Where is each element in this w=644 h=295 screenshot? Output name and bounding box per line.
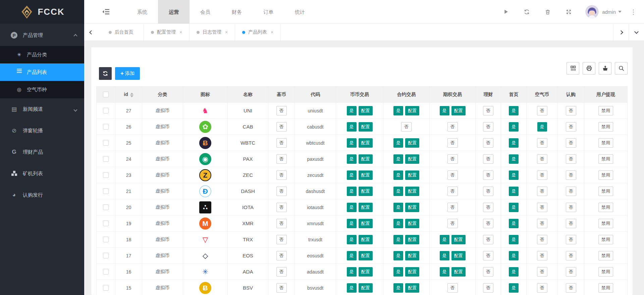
row-checkbox[interactable] xyxy=(103,156,109,162)
withdraw-disabled-button[interactable]: 禁用 xyxy=(598,106,613,115)
contract-config-button[interactable]: 配置 xyxy=(405,219,419,228)
contract-config-button[interactable]: 配置 xyxy=(405,235,419,244)
row-checkbox[interactable] xyxy=(103,124,109,130)
contract-yes-button[interactable]: 是 xyxy=(393,154,403,164)
option-no-button[interactable]: 否 xyxy=(447,187,458,196)
sidebar-item-product-category[interactable]: ✳ 产品分类 xyxy=(0,46,84,63)
withdraw-disabled-button[interactable]: 禁用 xyxy=(598,122,613,132)
subscribe-no-button[interactable]: 否 xyxy=(566,170,576,180)
wealth-no-button[interactable]: 否 xyxy=(483,122,493,132)
close-tab-icon[interactable]: × xyxy=(225,30,228,35)
option-no-button[interactable]: 否 xyxy=(447,219,458,228)
row-checkbox[interactable] xyxy=(103,108,109,113)
spot-yes-button[interactable]: 是 xyxy=(347,170,357,180)
base-no-button[interactable]: 否 xyxy=(276,138,287,148)
subscribe-no-button[interactable]: 否 xyxy=(566,106,576,115)
home-yes-button[interactable]: 是 xyxy=(509,235,519,244)
spot-config-button[interactable]: 配置 xyxy=(359,283,373,293)
nav-item-order[interactable]: 订单 xyxy=(253,0,284,23)
aircoin-no-button[interactable]: 否 xyxy=(537,106,547,115)
contract-yes-button[interactable]: 是 xyxy=(393,170,403,180)
spot-config-button[interactable]: 配置 xyxy=(359,170,373,180)
spot-config-button[interactable]: 配置 xyxy=(359,138,373,148)
spot-yes-button[interactable]: 是 xyxy=(347,251,357,260)
spot-yes-button[interactable]: 是 xyxy=(347,219,357,228)
contract-yes-button[interactable]: 是 xyxy=(393,283,403,293)
base-no-button[interactable]: 否 xyxy=(276,187,287,196)
home-yes-button[interactable]: 是 xyxy=(509,122,519,132)
row-checkbox[interactable] xyxy=(103,188,109,194)
base-no-button[interactable]: 否 xyxy=(276,122,287,132)
aircoin-no-button[interactable]: 否 xyxy=(537,235,547,244)
user-menu[interactable]: admin xyxy=(602,9,622,15)
export-icon[interactable] xyxy=(599,62,611,75)
home-yes-button[interactable]: 是 xyxy=(509,187,519,196)
sidebar-item-miner-list[interactable]: 矿机列表 xyxy=(0,163,84,184)
tab-log-manage[interactable]: 日志管理 × xyxy=(190,24,235,41)
sidebar-item-product-list[interactable]: 产品列表 xyxy=(0,63,84,81)
spot-config-button[interactable]: 配置 xyxy=(359,251,373,260)
spot-config-button[interactable]: 配置 xyxy=(359,187,373,196)
nav-item-finance[interactable]: 财务 xyxy=(221,0,253,23)
contract-yes-button[interactable]: 是 xyxy=(393,267,403,277)
contract-no-button[interactable]: 否 xyxy=(401,122,412,132)
sort-icon[interactable] xyxy=(130,93,133,97)
spot-yes-button[interactable]: 是 xyxy=(347,138,357,148)
option-config-button[interactable]: 配置 xyxy=(451,267,466,277)
more-vertical-icon[interactable]: ⋮ xyxy=(630,8,637,16)
subscribe-no-button[interactable]: 否 xyxy=(566,235,576,244)
option-no-button[interactable]: 否 xyxy=(447,283,458,293)
base-no-button[interactable]: 否 xyxy=(276,106,287,115)
contract-yes-button[interactable]: 是 xyxy=(393,203,403,212)
wealth-no-button[interactable]: 否 xyxy=(483,235,493,244)
option-no-button[interactable]: 否 xyxy=(447,203,458,212)
contract-yes-button[interactable]: 是 xyxy=(393,251,403,260)
subscribe-no-button[interactable]: 否 xyxy=(566,219,576,228)
home-yes-button[interactable]: 是 xyxy=(509,106,519,115)
row-checkbox[interactable] xyxy=(103,285,109,291)
option-yes-button[interactable]: 是 xyxy=(440,251,449,260)
wealth-no-button[interactable]: 否 xyxy=(483,154,493,164)
withdraw-disabled-button[interactable]: 禁用 xyxy=(598,251,613,260)
contract-config-button[interactable]: 配置 xyxy=(405,170,419,180)
row-checkbox[interactable] xyxy=(103,204,109,210)
home-yes-button[interactable]: 是 xyxy=(509,283,519,293)
withdraw-disabled-button[interactable]: 禁用 xyxy=(598,187,613,196)
withdraw-disabled-button[interactable]: 禁用 xyxy=(598,219,613,228)
tab-config-manage[interactable]: 配置管理 × xyxy=(144,24,190,41)
play-icon[interactable] xyxy=(503,9,509,15)
wealth-no-button[interactable]: 否 xyxy=(483,170,493,180)
spot-config-button[interactable]: 配置 xyxy=(359,203,373,212)
fullscreen-icon[interactable] xyxy=(566,9,572,15)
subscribe-no-button[interactable]: 否 xyxy=(566,122,576,132)
aircoin-no-button[interactable]: 否 xyxy=(537,138,547,148)
spot-yes-button[interactable]: 是 xyxy=(347,283,357,293)
search-icon[interactable] xyxy=(615,62,628,75)
home-yes-button[interactable]: 是 xyxy=(509,267,519,277)
aircoin-no-button[interactable]: 否 xyxy=(537,187,547,196)
spot-config-button[interactable]: 配置 xyxy=(359,154,373,164)
withdraw-disabled-button[interactable]: 禁用 xyxy=(598,170,613,180)
withdraw-disabled-button[interactable]: 禁用 xyxy=(598,154,613,164)
aircoin-no-button[interactable]: 否 xyxy=(537,170,547,180)
refresh-icon[interactable] xyxy=(524,9,530,15)
sidebar-item-popup-carousel[interactable]: ⊘ 弹窗轮播 xyxy=(0,120,84,141)
contract-config-button[interactable]: 配置 xyxy=(405,187,419,196)
select-all-checkbox[interactable] xyxy=(103,92,109,97)
wealth-no-button[interactable]: 否 xyxy=(483,251,493,260)
user-avatar[interactable] xyxy=(585,5,599,18)
spot-config-button[interactable]: 配置 xyxy=(359,106,373,115)
wealth-no-button[interactable]: 否 xyxy=(483,138,493,148)
spot-yes-button[interactable]: 是 xyxy=(347,154,357,164)
spot-yes-button[interactable]: 是 xyxy=(347,235,357,244)
home-yes-button[interactable]: 是 xyxy=(509,203,519,212)
subscribe-no-button[interactable]: 否 xyxy=(566,251,576,260)
subscribe-no-button[interactable]: 否 xyxy=(566,203,576,212)
spot-config-button[interactable]: 配置 xyxy=(359,267,373,277)
spot-config-button[interactable]: 配置 xyxy=(359,122,373,132)
contract-config-button[interactable]: 配置 xyxy=(405,106,419,115)
columns-filter-icon[interactable] xyxy=(567,62,579,75)
base-no-button[interactable]: 否 xyxy=(276,251,287,260)
aircoin-no-button[interactable]: 否 xyxy=(537,251,547,260)
subscribe-no-button[interactable]: 否 xyxy=(566,154,576,164)
